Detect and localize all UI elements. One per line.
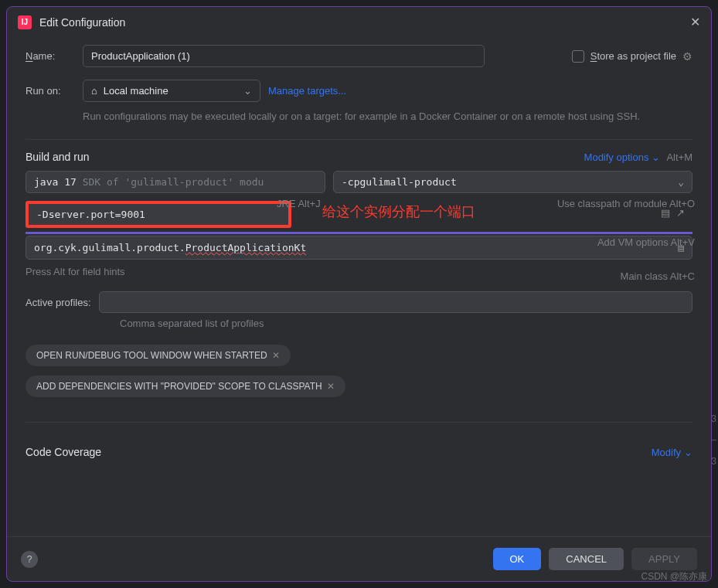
profiles-label: Active profiles: xyxy=(26,297,91,308)
modify-options-link[interactable]: Modify options ⌄ xyxy=(584,151,661,163)
chevron-down-icon: ⌄ xyxy=(684,447,692,458)
close-icon[interactable]: ✕ xyxy=(272,350,280,361)
chip-open-run-window[interactable]: OPEN RUN/DEBUG TOOL WINDOW WHEN STARTED … xyxy=(26,345,291,366)
manage-targets-link[interactable]: Manage targets... xyxy=(268,85,346,97)
dialog-title: Edit Configuration xyxy=(39,16,125,29)
mainclass-hint: Main class Alt+C xyxy=(621,269,695,284)
watermark: CSDN @陈亦康 xyxy=(641,570,707,583)
name-input[interactable]: ProductApplication (1) xyxy=(83,45,485,67)
jdk-select[interactable]: java 17 SDK of 'gulimall-product' modu xyxy=(26,171,325,193)
help-button[interactable]: ? xyxy=(21,551,38,568)
vm-options-input[interactable]: -Dserver.port=9001 xyxy=(26,201,291,228)
run-on-select[interactable]: ⌂ Local machine ⌄ xyxy=(83,80,260,102)
field-hint: Press Alt for field hints xyxy=(26,266,692,277)
jre-hint: JRE Alt+J xyxy=(277,198,321,209)
side-mark: 3 xyxy=(711,456,716,467)
run-on-hint: Run configurations may be executed local… xyxy=(83,110,692,124)
chevron-down-icon: ⌄ xyxy=(678,176,684,188)
side-mark: 3 xyxy=(711,413,716,424)
apply-button[interactable]: APPLY xyxy=(631,548,697,570)
chip-add-provided-deps[interactable]: ADD DEPENDENCIES WITH "PROVIDED" SCOPE T… xyxy=(26,376,345,397)
vm-options-hint: Add VM options Alt+V xyxy=(597,235,695,250)
side-mark: – xyxy=(711,434,716,445)
code-coverage-title: Code Coverage xyxy=(26,446,101,458)
close-icon[interactable]: ✕ xyxy=(327,381,335,392)
app-icon: IJ xyxy=(18,15,32,29)
coverage-modify-link[interactable]: Modify ⌄ xyxy=(652,447,692,458)
build-run-title: Build and run xyxy=(26,151,90,163)
chevron-down-icon: ⌄ xyxy=(243,85,252,97)
active-profiles-input[interactable] xyxy=(99,291,692,313)
classpath-select[interactable]: -cp gulimall-product ⌄ xyxy=(333,171,692,193)
store-checkbox[interactable] xyxy=(572,50,584,63)
gear-icon[interactable]: ⚙ xyxy=(682,50,692,63)
modify-shortcut: Alt+M xyxy=(666,151,692,163)
close-icon[interactable]: ✕ xyxy=(690,15,700,29)
annotation-text: 给这个实例分配一个端口 xyxy=(322,202,475,221)
ok-button[interactable]: OK xyxy=(493,548,542,570)
chevron-down-icon: ⌄ xyxy=(652,151,660,163)
run-on-value: Local machine xyxy=(104,85,168,97)
annotation-underline xyxy=(26,232,692,234)
name-label: Name: xyxy=(26,50,75,62)
home-icon: ⌂ xyxy=(91,85,97,97)
store-label: Store as project file xyxy=(590,50,676,62)
profiles-hint: Comma separated list of profiles xyxy=(120,318,692,329)
classpath-hint: Use classpath of module Alt+O xyxy=(557,196,695,212)
run-on-label: Run on: xyxy=(26,85,75,97)
cancel-button[interactable]: CANCEL xyxy=(549,548,624,570)
main-class-input[interactable]: org.cyk.gulimall.product.ProductApplicat… xyxy=(26,236,692,260)
